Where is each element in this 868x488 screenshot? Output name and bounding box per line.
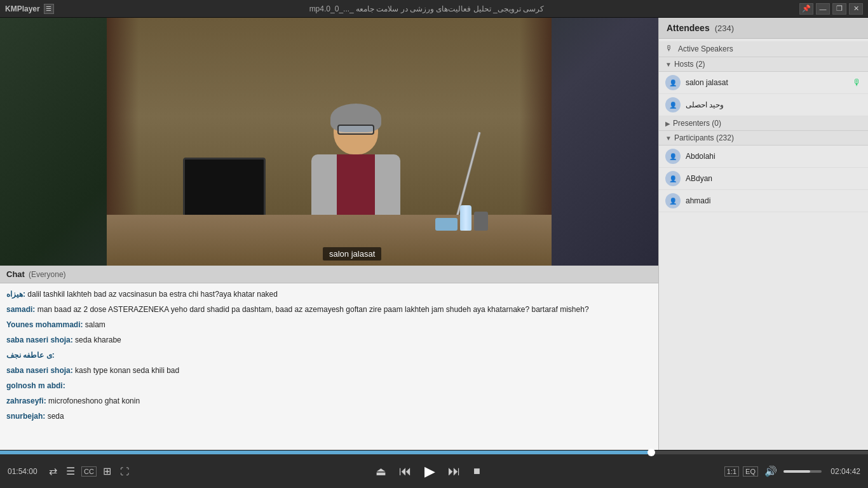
participant-item[interactable]: 👤 Abdolahi <box>659 146 868 168</box>
video-area[interactable]: salon jalasat <box>0 18 658 266</box>
participants-arrow-icon: ▼ <box>665 135 672 142</box>
progress-filled <box>0 451 651 454</box>
attendees-body[interactable]: 🎙 Active Speakers ▼ Hosts (2) 👤 salon ja… <box>659 39 868 450</box>
progress-handle[interactable] <box>648 449 655 456</box>
play-button[interactable]: ▶ <box>422 462 438 481</box>
attendees-title: Attendees <box>667 23 710 33</box>
subtitle-button[interactable]: CC <box>81 466 97 477</box>
time-current: 01:54:00 <box>8 467 43 476</box>
app-name: KMPlayer <box>5 4 40 13</box>
message-sender: saba naseri shoja: <box>6 336 73 344</box>
main-area: salon jalasat Chat (Everyone) هیزاه: dal… <box>0 18 868 450</box>
chat-message: Younes mohammadi: salam <box>6 319 652 330</box>
chat-scope: (Everyone) <box>29 270 66 279</box>
glasses <box>337 125 374 135</box>
participant-item[interactable]: 👤 ABdyan <box>659 168 868 190</box>
controls-center: ⏏ ⏮ ▶ ⏭ ■ <box>137 462 719 481</box>
tissue-box <box>435 218 458 231</box>
active-speakers-label: Active Speakers <box>678 44 733 53</box>
volume-icon-button[interactable]: 🔊 <box>762 464 780 478</box>
chat-title: Chat <box>6 269 25 279</box>
message-sender: saba naseri shoja: <box>6 366 73 375</box>
left-panel: salon jalasat Chat (Everyone) هیزاه: dal… <box>0 18 658 450</box>
chat-message: saba naseri shoja: kash type konan seda … <box>6 365 652 376</box>
titlebar-left: KMPlayer ☰ <box>5 4 54 14</box>
video-mode-button[interactable]: 1:1 <box>724 466 739 477</box>
time-total: 02:04:42 <box>825 467 860 476</box>
titlebar: KMPlayer ☰ کرسی ترویجی_ تحلیل فعالیت‌های… <box>0 0 868 18</box>
chat-message: zahraseyfi: microfoneshono ghat konin <box>6 395 652 407</box>
hosts-list: 👤 salon jalasat 🎙 👤 وحید احصلی <box>659 72 868 116</box>
head <box>334 107 378 154</box>
attendee-name: salon jalasat <box>686 78 848 87</box>
chat-message: snurbejah: seda <box>6 410 652 422</box>
message-sender: zahraseyfi: <box>6 396 46 405</box>
water-bottle <box>460 205 471 231</box>
active-speakers-section[interactable]: 🎙 Active Speakers <box>659 41 868 57</box>
hosts-label: Hosts (2) <box>674 60 705 69</box>
maximize-window-button[interactable]: ❐ <box>832 3 846 15</box>
message-sender: samadi: <box>6 305 35 314</box>
presenters-section-header[interactable]: ▶ Presenters (0) <box>659 116 868 131</box>
playlist-button[interactable]: ☰ <box>64 464 78 478</box>
chat-message: saba naseri shoja: seda kharabe <box>6 334 652 346</box>
chat-header: Chat (Everyone) <box>0 266 658 283</box>
desk-items <box>435 205 488 231</box>
skip-back-button[interactable]: ⏮ <box>397 463 414 480</box>
skip-forward-button[interactable]: ⏭ <box>445 463 463 480</box>
fullscreen-button[interactable]: ⛶ <box>118 465 132 478</box>
chat-message: golnosh m abdi: <box>6 380 652 391</box>
presenters-arrow-icon: ▶ <box>665 120 670 127</box>
chat-message: samadi: man baad az 2 dose ASTERAZENEKA … <box>6 304 652 315</box>
attendee-name: ABdyan <box>686 174 862 183</box>
right-panel: Attendees (234) 🎙 Active Speakers ▼ Host… <box>658 18 868 450</box>
participants-list: 👤 Abdolahi 👤 ABdyan 👤 ahmadi <box>659 146 868 212</box>
progress-bar[interactable] <box>0 451 868 454</box>
attendees-header: Attendees (234) <box>659 18 868 39</box>
titlebar-controls: 📌 — ❐ ✕ <box>799 3 863 15</box>
host-item[interactable]: 👤 salon jalasat 🎙 <box>659 72 868 94</box>
attendee-avatar: 👤 <box>665 97 681 112</box>
attendee-avatar: 👤 <box>665 171 681 186</box>
attendee-name: وحید احصلی <box>686 100 862 109</box>
chat-messages[interactable]: هیزاه: dalil tashkil lakhteh bad az vacs… <box>0 283 658 450</box>
presenters-label: Presenters (0) <box>673 119 721 128</box>
aspect-ratio-button[interactable]: ⊞ <box>100 464 114 478</box>
person-figure <box>311 107 400 231</box>
chat-message: ی عاطفه نجف: <box>6 349 652 361</box>
window-title: کرسی ترویجی_ تحلیل فعالیت‌های ورزشی در س… <box>309 4 544 13</box>
message-sender: ی عاطفه نجف: <box>6 351 55 360</box>
volume-slider[interactable] <box>783 470 822 473</box>
controls-row: 01:54:00 ⇄ ☰ CC ⊞ ⛶ ⏏ ⏮ ▶ ⏭ ■ 1:1 EQ 🔊 0… <box>0 454 868 488</box>
message-sender: هیزاه: <box>6 290 25 299</box>
close-window-button[interactable]: ✕ <box>849 3 863 15</box>
attendee-name: Abdolahi <box>686 152 862 161</box>
shuffle-button[interactable]: ⇄ <box>46 464 60 478</box>
video-placeholder: salon jalasat <box>0 18 658 266</box>
video-scene: salon jalasat <box>107 18 552 266</box>
chat-message: هیزاه: dalil tashkil lakhteh bad az vacs… <box>6 288 652 300</box>
stop-button[interactable]: ■ <box>471 463 483 479</box>
speaker-icon: 🎙 <box>665 44 675 54</box>
attendees-count: (234) <box>715 24 734 33</box>
participant-item[interactable]: 👤 ahmadi <box>659 190 868 212</box>
participants-section-header[interactable]: ▼ Participants (232) <box>659 131 868 146</box>
host-item[interactable]: 👤 وحید احصلی <box>659 94 868 116</box>
chat-panel: Chat (Everyone) هیزاه: dalil tashkil lak… <box>0 266 658 450</box>
volume-filled <box>783 470 810 473</box>
attendee-avatar: 👤 <box>665 149 681 164</box>
controls-left: 01:54:00 ⇄ ☰ CC ⊞ ⛶ <box>8 464 132 478</box>
bottom-bar: 01:54:00 ⇄ ☰ CC ⊞ ⛶ ⏏ ⏮ ▶ ⏭ ■ 1:1 EQ 🔊 0… <box>0 450 868 488</box>
attendee-avatar: 👤 <box>665 193 681 208</box>
hosts-arrow-icon: ▼ <box>665 61 672 68</box>
monitor <box>183 158 266 221</box>
hosts-section-header[interactable]: ▼ Hosts (2) <box>659 57 868 72</box>
mic-active-icon: 🎙 <box>853 78 862 88</box>
equalizer-button[interactable]: EQ <box>743 466 758 477</box>
minimize-window-button[interactable]: — <box>816 3 830 15</box>
window-menu-button[interactable]: ☰ <box>44 4 54 14</box>
pin-button[interactable]: 📌 <box>799 3 813 15</box>
message-sender: golnosh m abdi: <box>6 381 65 390</box>
eject-button[interactable]: ⏏ <box>373 463 389 480</box>
salon-label: salon jalasat <box>323 247 381 261</box>
